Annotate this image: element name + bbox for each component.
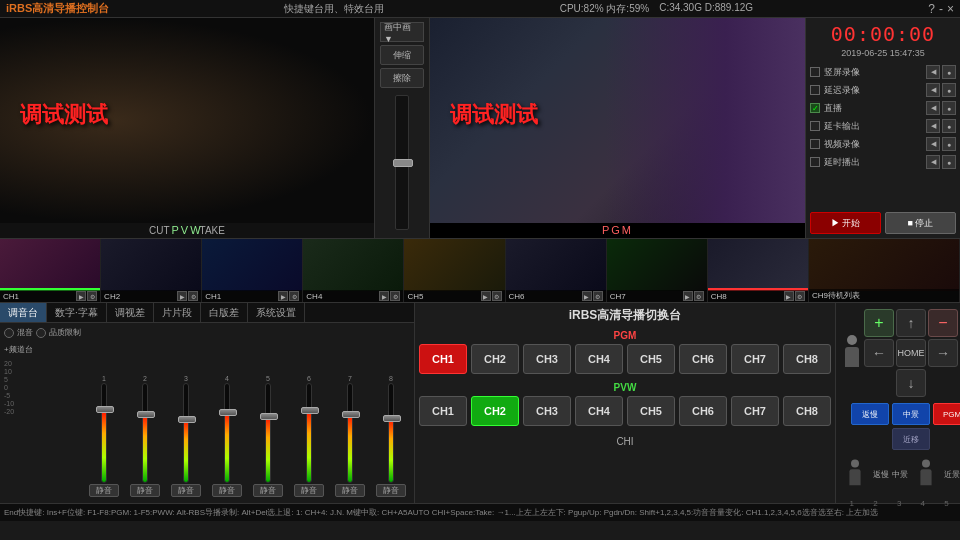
fader-track-4[interactable] (224, 383, 230, 483)
tab-video-diff[interactable]: 调视差 (107, 303, 154, 322)
thumb-ch2[interactable]: CH2 ▶⚙ (101, 239, 202, 302)
radio-quality[interactable] (36, 328, 46, 338)
mute-btn-8[interactable]: 静音 (376, 484, 406, 497)
thumb-ch8[interactable]: CH8 ▶⚙ (708, 239, 809, 302)
pgm-ch7-btn[interactable]: CH7 (731, 344, 779, 374)
window-controls[interactable]: ? - × (928, 2, 954, 16)
pvw-ch1-btn[interactable]: CH1 (419, 396, 467, 426)
fader-track-6[interactable] (306, 383, 312, 483)
rec-mini-11[interactable]: ◀ (926, 155, 940, 169)
rec-mini-12[interactable]: ● (942, 155, 956, 169)
pgm-ch6-btn[interactable]: CH6 (679, 344, 727, 374)
fader-track-3[interactable] (183, 383, 189, 483)
rec-mini-10[interactable]: ● (942, 137, 956, 151)
thumb-ch1[interactable]: CH1 ▶⚙ (0, 239, 101, 302)
rec-mini-4[interactable]: ● (942, 83, 956, 97)
rbb-pgm[interactable]: PGM (933, 403, 960, 425)
rbb-slowmo[interactable]: 返慢 (851, 403, 889, 425)
fader-track-5[interactable] (265, 383, 271, 483)
thumb-ch5[interactable]: CH5 ▶⚙ (404, 239, 505, 302)
minus-btn[interactable]: − (928, 309, 958, 337)
mute-btn-1[interactable]: 静音 (89, 484, 119, 497)
tab-settings[interactable]: 系统设置 (248, 303, 305, 322)
mute-btn-4[interactable]: 静音 (212, 484, 242, 497)
tab-subtitle[interactable]: 数字·字幕 (47, 303, 107, 322)
checkbox-4[interactable] (810, 157, 820, 167)
mute-btn-6[interactable]: 静音 (294, 484, 324, 497)
fader-thumb-3[interactable] (178, 416, 196, 423)
home-btn[interactable]: HOME (896, 339, 926, 367)
mute-btn-2[interactable]: 静音 (130, 484, 160, 497)
checkbox-3[interactable] (810, 139, 820, 149)
fader-thumb-1[interactable] (96, 406, 114, 413)
rec-mini-1[interactable]: ◀ (926, 65, 940, 79)
fader-track-2[interactable] (142, 383, 148, 483)
rbb-near[interactable]: 近移 (892, 428, 930, 450)
transition-fader[interactable] (395, 95, 409, 230)
thumb-ch6[interactable]: CH6 ▶⚙ (506, 239, 607, 302)
fader-track-1[interactable] (101, 383, 107, 483)
fader-track-8[interactable] (388, 383, 394, 483)
up-btn[interactable]: ↑ (896, 309, 926, 337)
switcher-title: iRBS高清导播切换台 (419, 307, 831, 324)
radio-mix[interactable] (4, 328, 14, 338)
rec-mini-3[interactable]: ◀ (926, 83, 940, 97)
fader-track-7[interactable] (347, 383, 353, 483)
thumb-ch3[interactable]: CH1 ▶⚙ (202, 239, 303, 302)
wipe-btn[interactable]: 擦除 (380, 68, 424, 88)
tab-mixer[interactable]: 调音台 (0, 303, 47, 322)
pvw-ch2-btn[interactable]: CH2 (471, 396, 519, 426)
help-button[interactable]: ? (928, 2, 935, 16)
checkbox-0[interactable] (810, 67, 820, 77)
mute-btn-7[interactable]: 静音 (335, 484, 365, 497)
minimize-button[interactable]: - (939, 2, 943, 16)
mute-btn-5[interactable]: 静音 (253, 484, 283, 497)
rec-mini-9[interactable]: ◀ (926, 137, 940, 151)
pgm-ch4-btn[interactable]: CH4 (575, 344, 623, 374)
pgm-ch2-btn[interactable]: CH2 (471, 344, 519, 374)
stop-button[interactable]: ■ 停止 (885, 212, 956, 234)
pvw-ch6-btn[interactable]: CH6 (679, 396, 727, 426)
spacer2 (928, 369, 958, 397)
checkbox-1[interactable] (810, 85, 820, 95)
rec-mini-6[interactable]: ● (942, 101, 956, 115)
right-btn[interactable]: → (928, 339, 958, 367)
thumb-ch9[interactable]: CH9待机列表 (809, 239, 960, 302)
pvw-ch8-btn[interactable]: CH8 (783, 396, 831, 426)
plus-btn[interactable]: + (864, 309, 894, 337)
checkbox-2[interactable] (810, 121, 820, 131)
rec-mini-7[interactable]: ◀ (926, 119, 940, 133)
tab-white[interactable]: 白版差 (201, 303, 248, 322)
thumb-ch4[interactable]: CH4 ▶⚙ (303, 239, 404, 302)
picture-in-picture-btn[interactable]: 画中画 ▼ (380, 22, 424, 42)
take-button[interactable]: TAKE (200, 225, 225, 236)
fader-thumb-2[interactable] (137, 411, 155, 418)
mute-btn-3[interactable]: 静音 (171, 484, 201, 497)
left-btn[interactable]: ← (864, 339, 894, 367)
pgm-ch5-btn[interactable]: CH5 (627, 344, 675, 374)
pvw-ch5-btn[interactable]: CH5 (627, 396, 675, 426)
pvw-ch4-btn[interactable]: CH4 (575, 396, 623, 426)
pvw-ch7-btn[interactable]: CH7 (731, 396, 779, 426)
rec-mini-2[interactable]: ● (942, 65, 956, 79)
pgm-ch3-btn[interactable]: CH3 (523, 344, 571, 374)
fader-thumb-5[interactable] (260, 413, 278, 420)
close-button[interactable]: × (947, 2, 954, 16)
thumb-ch7[interactable]: CH7 ▶⚙ (607, 239, 708, 302)
pgm-ch1-btn[interactable]: CH1 (419, 344, 467, 374)
cut-button[interactable]: CUT (149, 225, 170, 236)
fader-thumb-4[interactable] (219, 409, 237, 416)
pgm-ch8-btn[interactable]: CH8 (783, 344, 831, 374)
fader-thumb-7[interactable] (342, 411, 360, 418)
down-btn[interactable]: ↓ (896, 369, 926, 397)
fader-thumb-6[interactable] (301, 407, 319, 414)
pvw-ch3-btn[interactable]: CH3 (523, 396, 571, 426)
record-button[interactable]: ▶ 开始 (810, 212, 881, 234)
stretch-btn[interactable]: 伸缩 (380, 45, 424, 65)
rbb-medium[interactable]: 中景 (892, 403, 930, 425)
checkbox-live[interactable]: ✓ (810, 103, 820, 113)
fader-thumb-8[interactable] (383, 415, 401, 422)
tab-clips[interactable]: 片片段 (154, 303, 201, 322)
rec-mini-8[interactable]: ● (942, 119, 956, 133)
rec-mini-5[interactable]: ◀ (926, 101, 940, 115)
